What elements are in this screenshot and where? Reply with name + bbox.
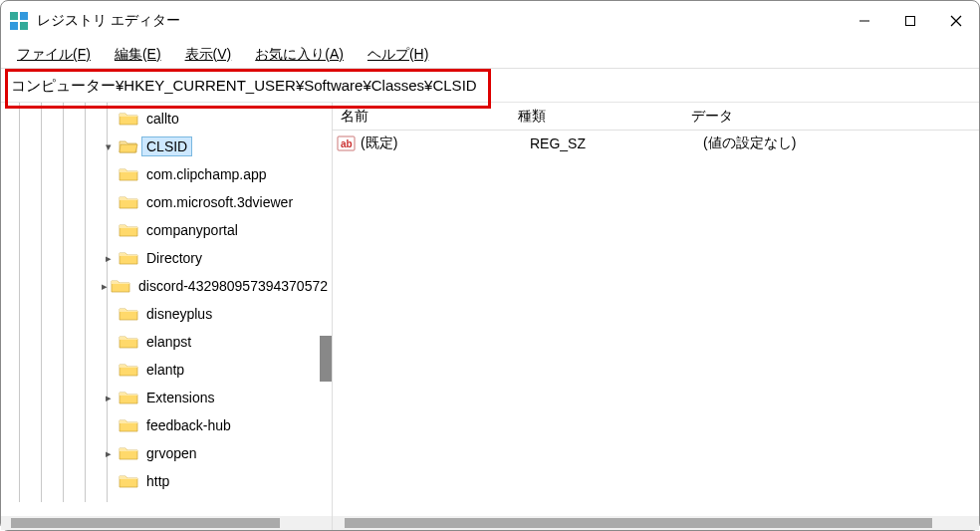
value-name: (既定) bbox=[361, 134, 530, 152]
maximize-button[interactable] bbox=[887, 1, 933, 41]
tree-item-label: feedback-hub bbox=[142, 416, 235, 434]
tree-item-label: CLSID bbox=[142, 137, 191, 155]
values-list[interactable]: ab(既定)REG_SZ(値の設定なし) bbox=[333, 131, 979, 516]
folder-icon bbox=[119, 334, 138, 350]
chevron-right-icon[interactable]: ▸ bbox=[101, 445, 117, 461]
tree-item-label: Directory bbox=[142, 249, 206, 267]
tree-item-label: callto bbox=[142, 110, 183, 128]
svg-rect-0 bbox=[10, 12, 18, 20]
tree-item[interactable]: ▾CLSID bbox=[1, 133, 332, 160]
tree-item[interactable]: com.clipchamp.app bbox=[1, 160, 332, 188]
close-button[interactable] bbox=[933, 1, 979, 41]
tree-item[interactable]: callto bbox=[1, 105, 332, 133]
svg-rect-1 bbox=[20, 12, 28, 20]
tree-vertical-scroll-thumb[interactable] bbox=[320, 336, 332, 382]
addressbar-container bbox=[1, 69, 979, 103]
tree-item-label: discord-432980957394370572 bbox=[134, 277, 332, 295]
folder-icon bbox=[119, 390, 138, 405]
values-horizontal-scrollbar[interactable] bbox=[333, 516, 979, 530]
folder-icon bbox=[119, 362, 138, 378]
tree-item-label: companyportal bbox=[142, 221, 242, 239]
tree-item-label: com.microsoft.3dviewer bbox=[142, 193, 297, 211]
tree-pane: callto▾CLSIDcom.clipchamp.appcom.microso… bbox=[1, 103, 333, 530]
values-pane: 名前 種類 データ ab(既定)REG_SZ(値の設定なし) bbox=[333, 103, 979, 530]
svg-rect-3 bbox=[20, 22, 28, 30]
chevron-right-icon[interactable]: ▸ bbox=[101, 278, 109, 294]
values-header: 名前 種類 データ bbox=[333, 103, 979, 131]
folder-icon bbox=[111, 278, 130, 294]
column-header-name[interactable]: 名前 bbox=[333, 104, 510, 130]
tree-item[interactable]: ▸Directory bbox=[1, 244, 332, 272]
tree-item-label: disneyplus bbox=[142, 305, 216, 323]
folder-open-icon bbox=[119, 138, 138, 154]
tree-item[interactable]: http bbox=[1, 467, 332, 495]
column-header-data[interactable]: データ bbox=[683, 104, 979, 130]
tree-item[interactable]: elantp bbox=[1, 356, 332, 384]
address-input[interactable] bbox=[5, 71, 975, 101]
registry-editor-window: レジストリ エディター ファイル(F) 編集(E) 表示(V) お気に入り(A)… bbox=[0, 0, 980, 531]
content-area: callto▾CLSIDcom.clipchamp.appcom.microso… bbox=[1, 103, 979, 530]
folder-icon bbox=[119, 417, 138, 433]
value-type: REG_SZ bbox=[530, 135, 703, 151]
titlebar: レジストリ エディター bbox=[1, 1, 979, 41]
tree-item[interactable]: disneyplus bbox=[1, 300, 332, 328]
tree-item-label: elanpst bbox=[142, 333, 195, 351]
tree-item-label: elantp bbox=[142, 361, 188, 379]
minimize-button[interactable] bbox=[842, 1, 887, 41]
folder-icon bbox=[119, 473, 138, 489]
tree-item[interactable]: ▸grvopen bbox=[1, 439, 332, 467]
tree-item-label: grvopen bbox=[142, 444, 201, 462]
menu-file[interactable]: ファイル(F) bbox=[7, 44, 101, 66]
registry-tree[interactable]: callto▾CLSIDcom.clipchamp.appcom.microso… bbox=[1, 103, 332, 516]
tree-item[interactable]: elanpst bbox=[1, 328, 332, 356]
svg-rect-5 bbox=[906, 17, 915, 26]
svg-rect-2 bbox=[10, 22, 18, 30]
tree-item[interactable]: ▸Extensions bbox=[1, 384, 332, 411]
folder-icon bbox=[119, 166, 138, 182]
menu-view[interactable]: 表示(V) bbox=[175, 44, 242, 66]
folder-icon bbox=[119, 111, 138, 127]
window-title: レジストリ エディター bbox=[37, 12, 180, 30]
folder-icon bbox=[119, 222, 138, 238]
window-controls bbox=[842, 1, 979, 41]
menu-help[interactable]: ヘルプ(H) bbox=[358, 44, 438, 66]
tree-horizontal-scroll-thumb[interactable] bbox=[11, 518, 280, 528]
chevron-down-icon[interactable]: ▾ bbox=[101, 138, 117, 154]
tree-item-label: Extensions bbox=[142, 389, 218, 406]
tree-item[interactable]: com.microsoft.3dviewer bbox=[1, 188, 332, 216]
tree-item[interactable]: feedback-hub bbox=[1, 411, 332, 439]
tree-item[interactable]: ▸discord-432980957394370572 bbox=[1, 272, 332, 300]
tree-item[interactable]: companyportal bbox=[1, 216, 332, 244]
value-data: (値の設定なし) bbox=[703, 134, 979, 152]
menu-favorites[interactable]: お気に入り(A) bbox=[245, 44, 354, 66]
column-header-type[interactable]: 種類 bbox=[510, 104, 683, 130]
menubar: ファイル(F) 編集(E) 表示(V) お気に入り(A) ヘルプ(H) bbox=[1, 41, 979, 69]
chevron-right-icon[interactable]: ▸ bbox=[101, 390, 117, 405]
menu-edit[interactable]: 編集(E) bbox=[105, 44, 171, 66]
svg-text:ab: ab bbox=[341, 138, 353, 149]
folder-icon bbox=[119, 250, 138, 266]
folder-icon bbox=[119, 445, 138, 461]
tree-item-label: com.clipchamp.app bbox=[142, 165, 271, 183]
values-horizontal-scroll-thumb[interactable] bbox=[345, 518, 932, 528]
folder-icon bbox=[119, 194, 138, 210]
tree-horizontal-scrollbar[interactable] bbox=[1, 516, 332, 530]
string-value-icon: ab bbox=[337, 134, 357, 152]
regedit-app-icon bbox=[9, 11, 29, 31]
tree-item-label: http bbox=[142, 472, 173, 490]
chevron-right-icon[interactable]: ▸ bbox=[101, 250, 117, 266]
folder-icon bbox=[119, 306, 138, 322]
value-row[interactable]: ab(既定)REG_SZ(値の設定なし) bbox=[333, 131, 979, 156]
